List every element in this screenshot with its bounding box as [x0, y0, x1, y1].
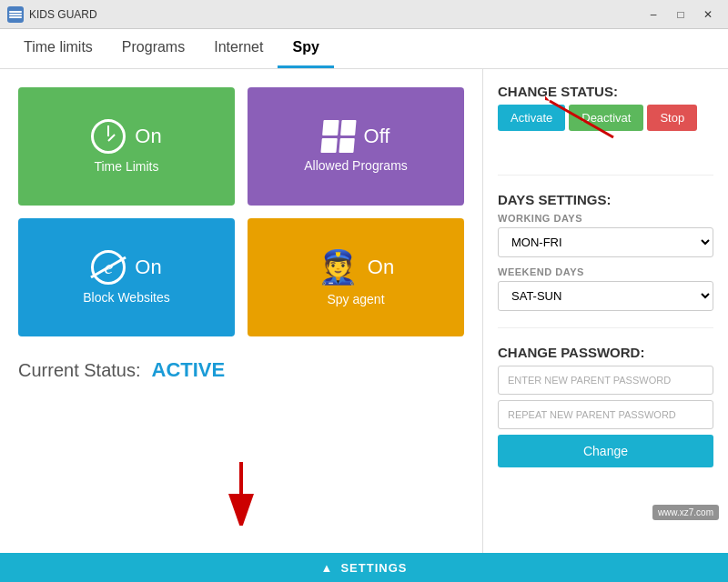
svg-rect-1	[9, 14, 22, 15]
nav-item-programs[interactable]: Programs	[107, 29, 199, 68]
main-content: On Time Limits Off Allowed Programs	[0, 69, 728, 553]
arrow-indicator	[498, 131, 713, 158]
main-container: On Time Limits Off Allowed Programs	[0, 69, 728, 553]
tiles-row-top: On Time Limits Off Allowed Programs	[18, 87, 464, 206]
nav-item-timelimits[interactable]: Time limits	[9, 29, 107, 68]
working-days-label: WORKING DAYS	[498, 213, 713, 224]
tile-programs-status: Off	[364, 125, 390, 148]
minimize-button[interactable]: –	[641, 5, 666, 24]
nav-item-internet[interactable]: Internet	[199, 29, 278, 68]
svg-rect-0	[9, 11, 22, 13]
maximize-button[interactable]: □	[668, 5, 693, 24]
change-password-button[interactable]: Change	[498, 435, 713, 467]
stop-button[interactable]: Stop	[647, 105, 697, 131]
status-row: Current Status: ACTIVE	[18, 349, 464, 391]
close-button[interactable]: ✕	[695, 5, 721, 24]
app-icon	[7, 6, 24, 23]
tile-programs[interactable]: Off Allowed Programs	[248, 87, 464, 206]
svg-line-6	[550, 101, 613, 137]
working-days-select[interactable]: MON-FRI MON-SAT MON-SUN	[498, 227, 713, 257]
divider-2	[498, 327, 713, 328]
status-value: ACTIVE	[152, 358, 226, 382]
change-password-section: CHANGE PASSWORD: Change	[498, 345, 713, 467]
arrow-activate-icon	[545, 87, 618, 142]
watermark: www.xz7.com	[652, 505, 719, 520]
tile-timelimits[interactable]: On Time Limits	[18, 87, 235, 206]
weekend-days-label: WEEKEND DAYS	[498, 266, 713, 277]
repeat-password-input[interactable]	[498, 400, 713, 429]
app-title: KIDS GUARD	[29, 8, 641, 21]
window-controls: – □ ✕	[641, 5, 721, 24]
title-bar: KIDS GUARD – □ ✕	[0, 0, 728, 29]
status-label: Current Status:	[18, 360, 141, 381]
tiles-row-bottom: On Block Websites 👮 On Spy agent	[18, 218, 464, 336]
tile-timelimits-status: On	[135, 125, 161, 148]
spy-icon: 👮	[318, 248, 359, 286]
windows-icon	[320, 120, 356, 153]
tile-timelimits-label: Time Limits	[94, 159, 158, 174]
clock-icon	[91, 119, 126, 154]
arrow-down-icon	[214, 462, 268, 526]
settings-up-arrow-icon: ▲	[321, 561, 334, 575]
tile-spy-status: On	[368, 256, 394, 279]
left-panel: On Time Limits Off Allowed Programs	[0, 69, 482, 553]
change-password-title: CHANGE PASSWORD:	[498, 345, 713, 360]
change-status-section: CHANGE STATUS: Activate Deactivat Stop	[498, 84, 713, 158]
settings-bar-label: SETTINGS	[340, 561, 407, 575]
ie-icon	[91, 250, 126, 285]
new-password-input[interactable]	[498, 366, 713, 395]
bottom-area	[18, 404, 464, 535]
working-days-group: WORKING DAYS MON-FRI MON-SAT MON-SUN	[498, 213, 713, 257]
tile-spy[interactable]: 👮 On Spy agent	[248, 218, 464, 336]
settings-bar[interactable]: ▲ SETTINGS	[0, 553, 728, 582]
days-settings-title: DAYS SETTINGS:	[498, 192, 713, 207]
tile-spy-label: Spy agent	[327, 292, 384, 306]
tile-programs-label: Allowed Programs	[304, 158, 408, 173]
weekend-days-select[interactable]: SAT-SUN SUN SAT	[498, 281, 713, 311]
nav-bar: Time limits Programs Internet Spy	[0, 29, 728, 69]
watermark-text: www.xz7.com	[652, 505, 719, 520]
nav-item-spy[interactable]: Spy	[278, 29, 333, 68]
tile-websites-status: On	[135, 256, 161, 279]
days-settings-section: DAYS SETTINGS: WORKING DAYS MON-FRI MON-…	[498, 192, 713, 311]
right-panel: CHANGE STATUS: Activate Deactivat Stop	[482, 69, 728, 553]
svg-rect-2	[9, 16, 22, 18]
tile-websites-label: Block Websites	[83, 290, 169, 305]
tile-websites[interactable]: On Block Websites	[18, 218, 235, 336]
weekend-days-group: WEEKEND DAYS SAT-SUN SUN SAT	[498, 266, 713, 311]
divider-1	[498, 175, 713, 176]
